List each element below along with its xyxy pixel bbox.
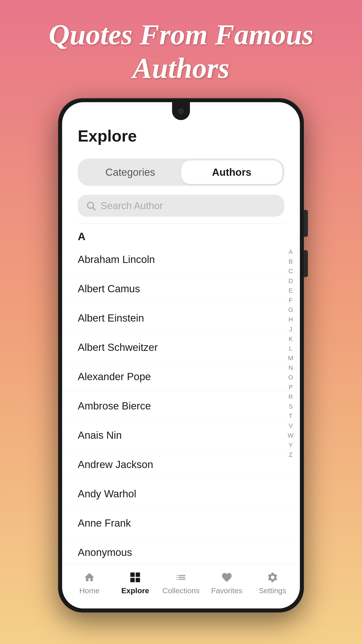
alphabet-header: A xyxy=(62,224,300,245)
title-line2: Authors xyxy=(132,52,230,84)
search-icon xyxy=(86,200,96,211)
app-header: Explore xyxy=(62,116,300,152)
alphabet-index: A B C D E F G H J K L M N O P R S xyxy=(286,245,295,460)
phone-screen: Explore Categories Authors Search Author… xyxy=(62,102,300,608)
author-item[interactable]: Abraham Lincoln xyxy=(62,245,300,274)
page-heading: Explore xyxy=(78,127,284,145)
settings-icon xyxy=(266,571,279,584)
volume-button xyxy=(304,210,308,237)
author-item[interactable]: Albert Camus xyxy=(62,274,300,304)
alpha-N[interactable]: N xyxy=(287,363,295,372)
favorites-icon xyxy=(220,571,234,584)
camera xyxy=(177,107,185,115)
alpha-E[interactable]: E xyxy=(287,286,295,296)
bottom-navigation: Home Explore xyxy=(62,564,300,608)
author-item[interactable]: Anais Nin xyxy=(62,420,300,450)
author-item[interactable]: Ambrose Bierce xyxy=(62,391,300,420)
explore-label: Explore xyxy=(121,586,149,595)
alpha-L[interactable]: L xyxy=(287,344,294,353)
author-item[interactable]: Anne Frank xyxy=(62,508,300,538)
alpha-O[interactable]: O xyxy=(287,372,295,382)
alpha-A[interactable]: A xyxy=(287,247,295,257)
title-line1: Quotes From Famous xyxy=(49,18,314,50)
tab-authors[interactable]: Authors xyxy=(181,160,283,184)
nav-collections[interactable]: Collections xyxy=(158,571,204,595)
alpha-K[interactable]: K xyxy=(287,334,295,344)
collections-label: Collections xyxy=(162,586,200,595)
alpha-C[interactable]: C xyxy=(287,266,295,276)
alpha-J[interactable]: J xyxy=(287,324,294,334)
authors-list: Abraham Lincoln Albert Camus Albert Eins… xyxy=(62,245,300,564)
tab-bar: Categories Authors xyxy=(78,158,284,186)
author-item[interactable]: Andy Warhol xyxy=(62,479,300,508)
collections-icon xyxy=(174,571,188,584)
favorites-label: Favorites xyxy=(211,586,242,595)
nav-explore[interactable]: Explore xyxy=(112,571,158,595)
search-box[interactable]: Search Author xyxy=(78,195,284,217)
alpha-H[interactable]: H xyxy=(287,314,295,324)
explore-icon xyxy=(128,571,142,584)
nav-settings[interactable]: Settings xyxy=(250,571,295,595)
phone-mockup: Explore Categories Authors Search Author… xyxy=(58,98,304,612)
home-label: Home xyxy=(79,586,100,595)
settings-label: Settings xyxy=(259,586,286,595)
author-item[interactable]: Anonymous xyxy=(62,538,300,564)
search-placeholder: Search Author xyxy=(100,200,163,211)
alpha-W[interactable]: W xyxy=(286,431,295,440)
alpha-P[interactable]: P xyxy=(287,382,295,392)
alpha-V[interactable]: V xyxy=(287,421,295,430)
nav-favorites[interactable]: Favorites xyxy=(204,571,250,595)
screen-content: Explore Categories Authors Search Author… xyxy=(62,102,300,608)
search-container: Search Author xyxy=(78,195,284,217)
alpha-F[interactable]: F xyxy=(287,296,294,305)
alpha-G[interactable]: G xyxy=(287,305,295,314)
alpha-B[interactable]: B xyxy=(287,257,295,266)
author-item[interactable]: Alexander Pope xyxy=(62,362,300,391)
svg-point-0 xyxy=(88,202,94,208)
author-item[interactable]: Albert Einstein xyxy=(62,304,300,333)
alpha-Z[interactable]: Z xyxy=(287,450,294,460)
alpha-R[interactable]: R xyxy=(287,392,295,402)
alpha-Y[interactable]: Y xyxy=(287,440,295,450)
nav-home[interactable]: Home xyxy=(67,571,112,595)
tab-categories[interactable]: Categories xyxy=(79,160,181,184)
page-title-area: Quotes From Famous Authors xyxy=(35,0,327,98)
alpha-M[interactable]: M xyxy=(286,353,295,363)
alpha-S[interactable]: S xyxy=(287,402,295,411)
notch xyxy=(172,102,190,120)
author-item[interactable]: Andrew Jackson xyxy=(62,450,300,479)
author-item[interactable]: Albert Schweitzer xyxy=(62,333,300,362)
alpha-D[interactable]: D xyxy=(287,276,295,286)
alpha-T[interactable]: T xyxy=(287,411,294,421)
power-button xyxy=(304,250,308,277)
svg-line-1 xyxy=(93,208,95,210)
home-icon xyxy=(83,571,96,584)
